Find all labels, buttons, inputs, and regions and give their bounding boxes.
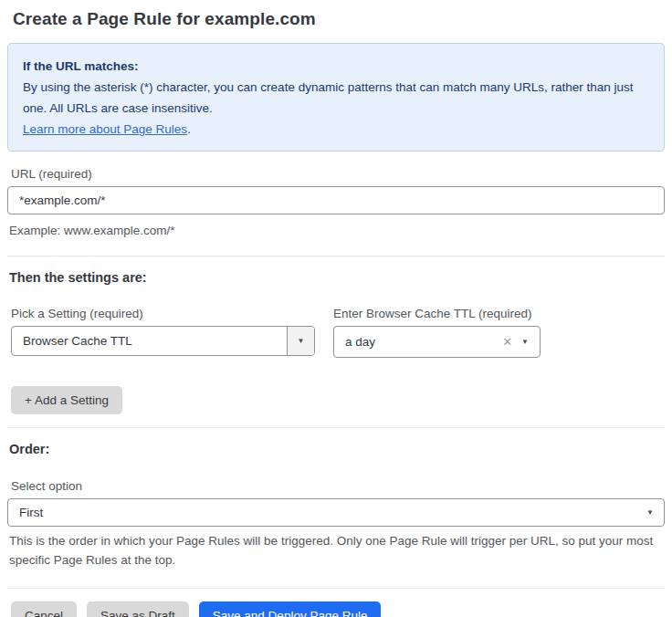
setting-select[interactable]: Browser Cache TTL ▼ <box>11 326 315 356</box>
setting-select-caret-segment[interactable]: ▼ <box>287 327 314 355</box>
divider-url-settings <box>7 256 665 256</box>
chevron-down-icon: ▼ <box>646 509 664 517</box>
url-label: URL (required) <box>11 167 665 181</box>
cancel-button[interactable]: Cancel <box>11 601 77 617</box>
page-title: Create a Page Rule for example.com <box>13 9 665 29</box>
order-heading: Order: <box>9 442 665 456</box>
url-section: URL (required) Example: www.example.com/… <box>7 167 665 240</box>
learn-more-link[interactable]: Learn more about Page Rules <box>23 122 187 136</box>
url-example-helper: Example: www.example.com/* <box>9 221 665 240</box>
info-box-link-line: Learn more about Page Rules. <box>23 119 649 140</box>
url-input[interactable] <box>7 186 665 214</box>
order-helper-text: This is the order in which your Page Rul… <box>9 531 665 570</box>
setting-select-value: Browser Cache TTL <box>12 334 287 348</box>
clear-icon[interactable]: ✕ <box>499 335 521 349</box>
ttl-select-label: Enter Browser Cache TTL (required) <box>333 307 541 320</box>
order-select-value: First <box>8 506 646 519</box>
ttl-select-value: a day <box>334 335 499 349</box>
add-setting-button[interactable]: + Add a Setting <box>11 386 122 414</box>
ttl-select-group: Enter Browser Cache TTL (required) a day… <box>333 307 541 358</box>
save-as-draft-button[interactable]: Save as Draft <box>87 601 189 617</box>
order-select-label: Select option <box>11 479 665 493</box>
settings-selects-row: Pick a Setting (required) Browser Cache … <box>11 307 665 358</box>
chevron-down-icon: ▼ <box>521 339 540 346</box>
info-box-heading: If the URL matches: <box>23 56 649 77</box>
settings-heading: Then the settings are: <box>9 270 665 285</box>
order-select[interactable]: First ▼ <box>7 498 665 527</box>
footer-actions: Cancel Save as Draft Save and Deploy Pag… <box>11 601 665 617</box>
setting-select-group: Pick a Setting (required) Browser Cache … <box>11 307 315 358</box>
divider-settings-order <box>7 427 665 428</box>
info-box-body: By using the asterisk (*) character, you… <box>23 77 649 119</box>
setting-select-label: Pick a Setting (required) <box>11 307 315 320</box>
divider-order-footer <box>7 588 665 589</box>
page-rule-form: Create a Page Rule for example.com If th… <box>0 0 672 617</box>
chevron-down-icon: ▼ <box>298 338 305 345</box>
url-matches-info-box: If the URL matches: By using the asteris… <box>7 43 665 152</box>
link-suffix: . <box>187 122 191 136</box>
ttl-select[interactable]: a day ✕ ▼ <box>333 326 541 358</box>
save-and-deploy-button[interactable]: Save and Deploy Page Rule <box>199 601 382 617</box>
